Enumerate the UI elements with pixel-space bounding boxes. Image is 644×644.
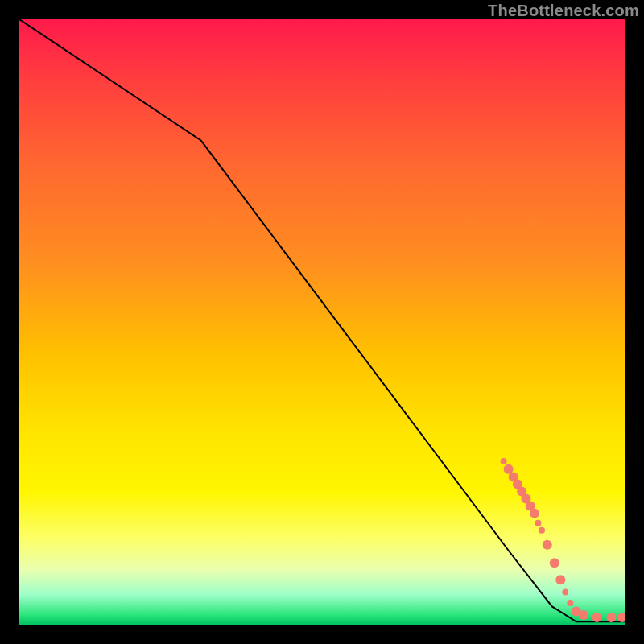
data-point xyxy=(555,575,565,584)
data-point xyxy=(535,520,541,526)
bottleneck-curve xyxy=(19,19,625,621)
data-point xyxy=(592,613,601,622)
data-point xyxy=(562,588,568,595)
chart-svg xyxy=(19,19,625,625)
data-point xyxy=(617,613,625,622)
plot-area xyxy=(19,19,625,625)
data-points xyxy=(501,458,625,622)
data-point xyxy=(501,458,507,464)
bottleneck-curve-path xyxy=(19,19,625,621)
data-point xyxy=(530,509,539,518)
data-point xyxy=(550,558,559,568)
watermark-label: TheBottleneck.com xyxy=(488,2,639,20)
data-point xyxy=(606,613,616,622)
data-point xyxy=(539,527,545,534)
data-point xyxy=(579,610,588,620)
data-point xyxy=(543,540,552,550)
chart-stage: TheBottleneck.com xyxy=(0,0,644,644)
data-point xyxy=(567,600,573,606)
